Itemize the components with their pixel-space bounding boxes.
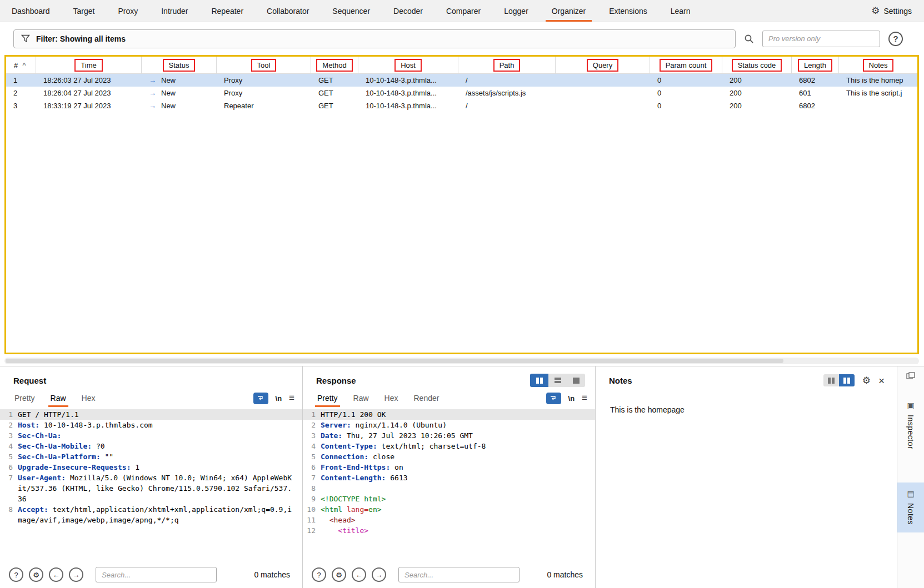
filter-bar[interactable]: Filter: Showing all items <box>13 29 736 48</box>
tab-raw[interactable]: Raw <box>346 390 377 407</box>
notes-settings-icon[interactable]: ⚙ <box>862 376 871 385</box>
column-header-length[interactable]: Length <box>792 57 839 73</box>
layout-stacked-button[interactable] <box>548 374 567 387</box>
notes-text[interactable]: This is the homepage <box>596 389 897 431</box>
column-header-method[interactable]: Method <box>311 57 358 73</box>
editor-menu-icon[interactable]: ≡ <box>289 393 294 404</box>
nav-tab-extensions[interactable]: Extensions <box>597 0 658 22</box>
column-header-query[interactable]: Query <box>556 57 650 73</box>
column-header-host[interactable]: Host <box>358 57 458 73</box>
request-tabs-row: PrettyRawHex \n ≡ <box>0 389 302 408</box>
nav-tab-decoder[interactable]: Decoder <box>382 0 434 22</box>
sidebar-tab-label: Inspector <box>906 415 915 449</box>
tab-render[interactable]: Render <box>406 390 447 407</box>
response-editor[interactable]: 1HTTP/1.1 200 OK2Server: nginx/1.14.0 (U… <box>303 408 595 561</box>
code-line: 6Front-End-Https: on <box>303 462 595 473</box>
column-header-path[interactable]: Path <box>458 57 556 73</box>
tab-raw[interactable]: Raw <box>43 390 74 407</box>
line-number: 3 <box>0 430 18 441</box>
horizontal-scrollbar[interactable] <box>4 358 919 364</box>
code-line: 1GET / HTTP/1.1 <box>0 409 302 420</box>
sidebar-tab-label: Notes <box>906 503 915 525</box>
settings-button[interactable]: ⚙ Settings <box>859 0 924 22</box>
prev-match-button[interactable]: ← <box>352 567 366 582</box>
sort-ascending-icon: ^ <box>22 62 26 68</box>
column-header-status[interactable]: Status <box>142 57 217 73</box>
request-editor[interactable]: 1GET / HTTP/1.12Host: 10-10-148-3.p.thml… <box>0 408 302 561</box>
cell-status: →New <box>142 89 217 97</box>
nav-tab-collaborator[interactable]: Collaborator <box>255 0 321 22</box>
cell-host: 10-10-148-3.p.thmla... <box>358 102 458 110</box>
table-row[interactable]: 318:33:19 27 Jul 2023→NewRepeaterGET10-1… <box>6 99 917 112</box>
search-settings-button[interactable]: ⚙ <box>332 567 346 582</box>
request-match-count: 0 matches <box>254 570 294 579</box>
column-header-param-count[interactable]: Param count <box>650 57 722 73</box>
line-number: 2 <box>0 420 18 430</box>
nav-tab-proxy[interactable]: Proxy <box>106 0 149 22</box>
code-line: 1HTTP/1.1 200 OK <box>303 409 595 420</box>
code-line: 2Server: nginx/1.14.0 (Ubuntu) <box>303 420 595 430</box>
prev-match-button[interactable]: ← <box>49 567 63 582</box>
pro-search-input[interactable] <box>762 31 880 47</box>
notes-layout-left-button[interactable] <box>823 374 839 386</box>
layout-single-button[interactable] <box>567 374 585 387</box>
dock-icon[interactable] <box>906 370 915 382</box>
annotation-box: Tool <box>251 59 277 72</box>
column-header-tool[interactable]: Tool <box>217 57 311 73</box>
nav-tab-learn[interactable]: Learn <box>659 0 702 22</box>
column-header-notes[interactable]: Notes <box>839 57 917 73</box>
response-search-input[interactable] <box>398 567 520 582</box>
scrollbar-thumb[interactable] <box>6 359 783 363</box>
tab-pretty[interactable]: Pretty <box>309 390 346 407</box>
table-header-row: #^TimeStatusToolMethodHostPathQueryParam… <box>6 57 917 74</box>
request-search-input[interactable] <box>96 567 217 582</box>
line-number: 7 <box>303 473 321 483</box>
inspector-icon: ▣ <box>907 401 914 410</box>
wrap-toggle-icon[interactable] <box>253 393 268 404</box>
column-header-status-code[interactable]: Status code <box>722 57 792 73</box>
nav-tab-intruder[interactable]: Intruder <box>149 0 199 22</box>
line-number: 9 <box>303 494 321 504</box>
help-button[interactable]: ? <box>888 32 903 46</box>
nav-tab-repeater[interactable]: Repeater <box>199 0 255 22</box>
cell-length: 601 <box>792 89 839 97</box>
wrap-toggle-icon[interactable] <box>546 393 561 404</box>
nav-tab-dashboard[interactable]: Dashboard <box>0 0 62 22</box>
tab-pretty[interactable]: Pretty <box>7 390 43 407</box>
table-row[interactable]: 118:26:03 27 Jul 2023→NewProxyGET10-10-1… <box>6 74 917 87</box>
editor-menu-icon[interactable]: ≡ <box>582 393 587 404</box>
nav-tab-sequencer[interactable]: Sequencer <box>321 0 382 22</box>
show-newlines-toggle[interactable]: \n <box>568 394 575 403</box>
cell-status-code: 200 <box>722 89 792 97</box>
sidebar-tab-notes[interactable]: ▤Notes <box>897 483 924 532</box>
nav-tab-comparer[interactable]: Comparer <box>434 0 492 22</box>
table-row[interactable]: 218:26:04 27 Jul 2023→NewProxyGET10-10-1… <box>6 87 917 99</box>
notes-close-icon[interactable]: × <box>878 375 885 386</box>
column-header-time[interactable]: Time <box>36 57 142 73</box>
top-navigation: DashboardTargetProxyIntruderRepeaterColl… <box>0 0 924 22</box>
nav-tab-logger[interactable]: Logger <box>492 0 540 22</box>
nav-tab-organizer[interactable]: Organizer <box>540 0 597 22</box>
show-newlines-toggle[interactable]: \n <box>276 394 282 403</box>
detail-area: Request PrettyRawHex \n ≡ 1GET / HTTP/1.… <box>0 366 924 588</box>
column-header-num[interactable]: #^ <box>6 57 36 73</box>
help-button[interactable]: ? <box>9 567 23 582</box>
cell-length: 6802 <box>792 76 839 84</box>
search-settings-button[interactable]: ⚙ <box>29 567 43 582</box>
line-number: 11 <box>303 515 321 525</box>
tab-hex[interactable]: Hex <box>377 390 406 407</box>
cell-tool: Repeater <box>217 102 311 110</box>
sidebar-tab-inspector[interactable]: ▣Inspector <box>897 394 924 457</box>
code-line: 8Accept: text/html,application/xhtml+xml… <box>0 504 302 525</box>
cell-param-count: 0 <box>650 89 722 97</box>
filter-label: Filter: Showing all items <box>36 34 126 43</box>
notes-layout-right-button[interactable] <box>839 374 855 386</box>
tab-hex[interactable]: Hex <box>74 390 103 407</box>
help-button[interactable]: ? <box>312 567 326 582</box>
next-match-button[interactable]: → <box>372 567 386 582</box>
next-match-button[interactable]: → <box>69 567 83 582</box>
reqres-layout-toggle-group <box>530 374 585 387</box>
annotation-box: Host <box>394 59 422 72</box>
layout-side-by-side-button[interactable] <box>530 374 548 387</box>
nav-tab-target[interactable]: Target <box>62 0 107 22</box>
